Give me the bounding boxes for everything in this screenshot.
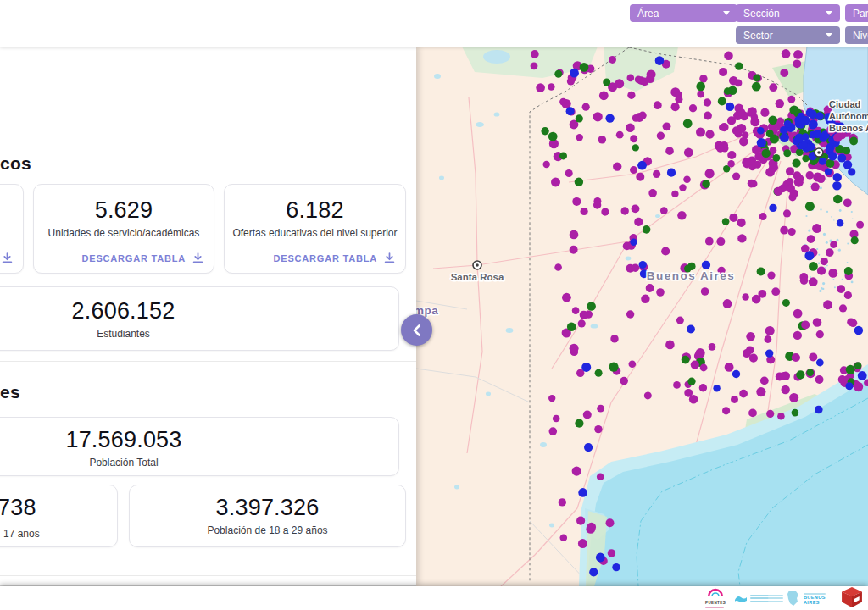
stat-card-population-school: 738 17 años [0, 485, 118, 547]
population-school-value: 738 [0, 495, 36, 521]
label-caba-line2: Autónoma de [829, 111, 868, 121]
puentes-logo-text: PUENTES [705, 602, 726, 606]
puentes-logo: PUENTES [705, 588, 726, 608]
map-canvas[interactable]: Santa Rosa Buenos Aires Ciudad Autónoma … [416, 47, 868, 586]
caba-marker [815, 148, 823, 157]
filter-seccion-label: Sección [743, 8, 780, 19]
label-caba-line3: Buenos Aires [829, 123, 868, 133]
chevron-down-icon [826, 33, 832, 37]
filter-seccion[interactable]: Sección [736, 4, 840, 22]
download-table-button[interactable]: DESCARGAR TABLA [0, 252, 13, 263]
filter-partido[interactable]: Partido [845, 4, 868, 22]
filter-sector-label: Sector [743, 30, 773, 42]
filter-nivel-label: Nivel [853, 30, 868, 42]
consejo-provincial-logo [734, 588, 771, 608]
offers-value: 6.182 [225, 197, 405, 224]
stat-card-units: 5.629 Unidades de servicio/académicas DE… [33, 184, 214, 274]
section-heading-population: es [0, 382, 20, 402]
units-label: Unidades de servicio/académicas [34, 227, 214, 239]
population-18-29-value: 3.397.326 [130, 495, 405, 521]
puentes-arch-icon [706, 587, 725, 598]
cube-icon [841, 586, 863, 608]
download-icon [2, 252, 13, 263]
offers-label: Ofertas educativas del nivel superior [225, 227, 405, 239]
jefatura-asesores-logo [768, 588, 800, 608]
download-table-button[interactable]: DESCARGAR TABLA [274, 252, 395, 263]
stat-card-population-18-29: 3.397.326 Población de 18 a 29 años [129, 485, 406, 547]
download-icon [192, 252, 203, 263]
filter-partido-label: Partido [853, 8, 868, 19]
stat-card-students: 2.606.152 Estudiantes [0, 286, 399, 351]
gba-logo: BUENOS AIRES [804, 588, 826, 608]
population-total-value: 17.569.053 [0, 427, 398, 453]
population-school-label: 17 años [3, 528, 40, 540]
download-table-label: DESCARGAR TABLA [82, 253, 186, 263]
santa-rosa-marker [473, 261, 481, 269]
chevron-down-icon [826, 11, 832, 15]
stat-card-offers: 6.182 Ofertas educativas del nivel super… [224, 184, 406, 274]
stat-card-clipped: DESCARGAR TABLA [0, 184, 24, 274]
population-18-29-label: Población de 18 a 29 años [130, 524, 405, 536]
app-window: Santa Rosa Buenos Aires Ciudad Autónoma … [0, 0, 868, 610]
filter-area-label: Área [637, 8, 659, 19]
chevron-down-icon [723, 11, 730, 15]
footer-divider [0, 575, 416, 576]
population-total-label: Población Total [0, 457, 398, 469]
gba-logo-line2: AIRES [804, 601, 826, 606]
chevron-left-icon [411, 324, 423, 337]
bottom-logo-strip: PUENTES BUENOS AIRES [0, 586, 868, 610]
label-santa-rosa: Santa Rosa [451, 272, 504, 282]
stat-card-population-total: 17.569.053 Población Total [0, 417, 399, 476]
students-value: 2.606.152 [0, 298, 398, 324]
download-table-label: DESCARGAR TABLA [274, 253, 377, 263]
units-value: 5.629 [34, 197, 214, 224]
section-heading-academic: cos [0, 153, 31, 174]
label-buenos-aires: Buenos Aires [647, 269, 736, 282]
consejo-icon [734, 593, 748, 603]
download-icon [384, 252, 395, 263]
section-divider [0, 361, 416, 362]
filter-nivel[interactable]: Nivel [845, 26, 868, 44]
students-label: Estudiantes [0, 328, 398, 340]
filter-area[interactable]: Área [630, 4, 737, 22]
red-cube-logo [841, 587, 863, 607]
download-table-button[interactable]: DESCARGAR TABLA [82, 252, 203, 263]
collapse-panel-button[interactable] [401, 314, 432, 346]
province-outline-icon [786, 590, 800, 607]
label-caba-line1: Ciudad [829, 99, 860, 109]
stats-panel: cos DESCARGAR TABLA 5.629 Unidades de se… [0, 47, 416, 586]
filter-sector[interactable]: Sector [736, 26, 840, 44]
top-bar: Área Sección Partido Sector Nivel [0, 0, 868, 47]
